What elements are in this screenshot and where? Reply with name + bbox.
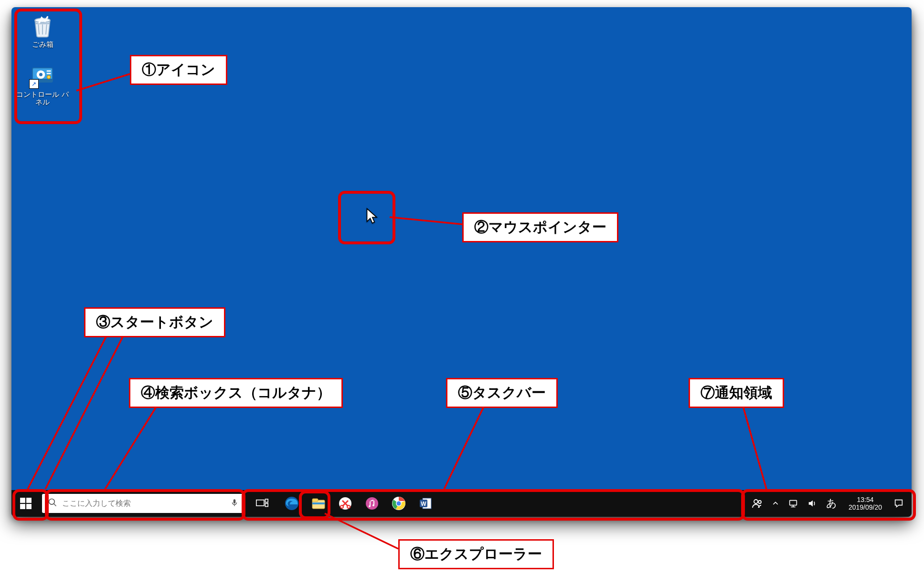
- taskbar: ここに入力して検索: [11, 490, 912, 517]
- chrome-icon: [391, 496, 406, 511]
- task-view-icon: [256, 499, 268, 508]
- network-button[interactable]: [788, 490, 798, 517]
- recycle-bin[interactable]: ごみ箱: [16, 12, 69, 49]
- edge-icon: [284, 496, 299, 511]
- windows-logo-icon: [20, 497, 32, 510]
- svg-rect-11: [26, 504, 32, 509]
- callout-taskbar: ⑤タスクバー: [446, 378, 558, 408]
- volume-button[interactable]: [807, 490, 818, 517]
- svg-rect-17: [266, 499, 268, 502]
- ime-indicator[interactable]: あ: [826, 490, 837, 517]
- notification-area: あ 13:54 2019/09/20: [748, 490, 912, 517]
- file-explorer-icon: [311, 496, 326, 511]
- svg-text:W: W: [421, 501, 426, 507]
- microphone-icon[interactable]: [230, 498, 239, 509]
- callout-tray: ⑦通知領域: [689, 378, 784, 408]
- svg-rect-18: [266, 503, 268, 507]
- edge-app[interactable]: [281, 492, 303, 514]
- svg-rect-14: [234, 499, 236, 503]
- control-panel[interactable]: ↗ コントロール パネル: [16, 62, 69, 106]
- svg-point-33: [754, 500, 758, 503]
- svg-rect-21: [312, 499, 318, 502]
- search-input[interactable]: ここに入力して検索: [42, 494, 244, 513]
- shortcut-arrow-icon: ↗: [29, 79, 39, 89]
- word-icon: W: [418, 496, 433, 511]
- people-button[interactable]: [752, 490, 763, 517]
- chevron-up-icon: [772, 500, 779, 507]
- svg-line-44: [325, 513, 398, 549]
- svg-rect-10: [20, 504, 25, 509]
- svg-point-34: [758, 501, 761, 503]
- svg-point-7: [47, 75, 51, 79]
- control-panel-icon: ↗: [29, 62, 56, 89]
- svg-line-13: [54, 504, 56, 506]
- action-center-button[interactable]: [893, 490, 904, 517]
- snip-icon: [338, 496, 353, 511]
- svg-rect-6: [47, 73, 51, 74]
- search-icon: [48, 498, 57, 509]
- svg-point-4: [39, 73, 42, 76]
- task-view-button[interactable]: [251, 490, 273, 517]
- svg-point-26: [366, 497, 378, 510]
- tray-overflow-button[interactable]: [772, 490, 779, 517]
- callout-start: ③スタートボタン: [84, 307, 225, 337]
- svg-rect-35: [790, 501, 797, 505]
- svg-rect-5: [47, 70, 51, 72]
- word-app[interactable]: W: [414, 492, 436, 514]
- network-icon: [788, 498, 798, 509]
- start-button[interactable]: [11, 490, 40, 517]
- callout-pointer: ②マウスポインター: [462, 212, 618, 242]
- svg-rect-22: [312, 502, 325, 504]
- clock[interactable]: 13:54 2019/09/20: [846, 496, 885, 511]
- chrome-app[interactable]: [388, 492, 410, 514]
- recycle-bin-icon: [29, 12, 56, 39]
- search-placeholder: ここに入力して検索: [62, 499, 230, 509]
- svg-rect-8: [20, 498, 25, 503]
- media-app[interactable]: [361, 492, 383, 514]
- callout-icons: ①アイコン: [130, 55, 227, 85]
- svg-point-29: [397, 502, 401, 506]
- svg-point-12: [49, 499, 55, 505]
- speaker-icon: [807, 498, 818, 509]
- callout-explorer: ⑥エクスプローラー: [398, 539, 554, 569]
- pinned-apps: W: [281, 492, 436, 514]
- clock-date: 2019/09/20: [849, 503, 882, 511]
- icon-label: コントロール パネル: [16, 91, 69, 106]
- people-icon: [752, 498, 763, 509]
- icon-label: ごみ箱: [32, 41, 53, 49]
- mouse-pointer-icon: [365, 208, 382, 227]
- snipping-app[interactable]: [334, 492, 356, 514]
- svg-rect-9: [26, 498, 32, 503]
- svg-rect-16: [256, 500, 264, 506]
- notification-icon: [893, 498, 904, 509]
- media-icon: [364, 496, 380, 511]
- clock-time: 13:54: [857, 496, 873, 503]
- desktop-icons-area: ごみ箱 ↗ コントロール パネル: [16, 12, 69, 106]
- callout-search: ④検索ボックス（コルタナ）: [129, 378, 343, 408]
- file-explorer-app[interactable]: [308, 492, 329, 514]
